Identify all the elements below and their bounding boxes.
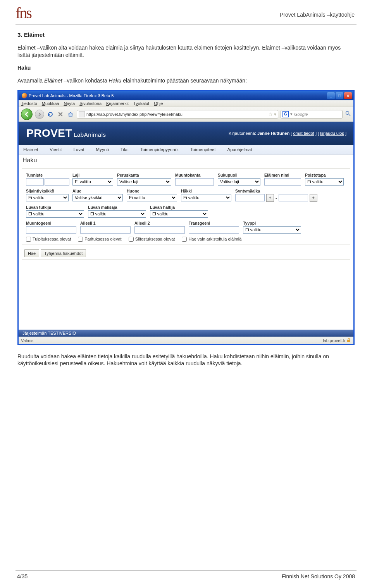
select-luvan-haltija[interactable]: Ei valittu bbox=[150, 210, 208, 218]
footer-page-number: 4/35 bbox=[17, 573, 28, 579]
input-syntyma-to[interactable] bbox=[279, 194, 308, 201]
input-transgeeni[interactable] bbox=[189, 226, 239, 234]
nav-luvat[interactable]: Luvat bbox=[73, 147, 84, 152]
chk-arkistoituja[interactable]: Hae vain arkistoituja eläimiä bbox=[182, 237, 241, 242]
label-elaimen-nimi: Eläimen nimi bbox=[264, 173, 301, 177]
bookmark-star-icon[interactable]: ☆ ▾ bbox=[269, 112, 276, 117]
menu-nayta[interactable]: Näytä bbox=[64, 101, 75, 106]
input-tunniste-1[interactable] bbox=[26, 178, 44, 186]
menu-tyokalut[interactable]: Työkalut bbox=[133, 101, 149, 106]
lock-icon bbox=[346, 338, 351, 343]
reload-button[interactable] bbox=[46, 110, 54, 118]
stop-button[interactable] bbox=[57, 110, 64, 118]
back-button[interactable] bbox=[21, 108, 33, 120]
select-huone[interactable]: Ei valittu bbox=[127, 194, 177, 201]
label-transgeeni: Transgeeni bbox=[189, 221, 239, 225]
intro-paragraph: Eläimet –valikon alta voidaan hakea eläi… bbox=[17, 44, 355, 59]
search-box[interactable]: G ▾ Google bbox=[281, 110, 343, 119]
app-logo: PROVETLabAnimals bbox=[26, 127, 106, 139]
nav-tilat[interactable]: Tilat bbox=[121, 147, 129, 152]
nav-toimenpiteet[interactable]: Toimenpiteet bbox=[190, 147, 215, 152]
page-header-title: Provet LabAnimals –käyttöohje bbox=[280, 12, 355, 18]
nav-apuohjelmat[interactable]: Apuohjelmat bbox=[227, 147, 252, 152]
menu-muokkaa[interactable]: Muokkaa bbox=[42, 101, 59, 106]
select-alue[interactable]: Valitse yksikkö bbox=[72, 194, 123, 201]
label-alue: Alue bbox=[72, 189, 123, 193]
app-page-title: Haku bbox=[19, 155, 353, 166]
nav-elaimet[interactable]: Eläimet bbox=[23, 147, 38, 152]
menu-tiedosto[interactable]: Tiedosto bbox=[21, 101, 37, 106]
haku-paragraph: Avaamalla Eläimet –valikon kohdasta Haku… bbox=[17, 77, 355, 84]
input-syntyma-from[interactable] bbox=[235, 194, 265, 201]
menu-sivuhistoria[interactable]: Sivuhistoria bbox=[79, 101, 102, 106]
label-huone: Huone bbox=[127, 189, 177, 193]
page-logo: fns bbox=[16, 4, 31, 22]
input-alleeli2[interactable] bbox=[134, 226, 185, 234]
select-poistotapa[interactable]: Ei valittu bbox=[305, 178, 344, 186]
menu-ohje[interactable]: Ohje bbox=[154, 101, 163, 106]
svg-rect-1 bbox=[347, 340, 350, 342]
screenshot-window: Provet Lab Animals - Mozilla Firefox 3 B… bbox=[17, 90, 355, 345]
select-sijaintiyksikko[interactable]: Ei valittu bbox=[26, 194, 69, 201]
select-sukupuoli[interactable]: Valitse laji bbox=[218, 178, 260, 186]
app-header: PROVETLabAnimals Kirjautuneena: Janne Hu… bbox=[19, 122, 353, 145]
url-bar[interactable]: https://lab.provet.fi/hy/index.php?view=… bbox=[77, 110, 278, 119]
nav-myynti[interactable]: Myynti bbox=[96, 147, 109, 152]
section-heading: 3. Eläimet bbox=[17, 31, 355, 38]
input-elaimen-nimi[interactable] bbox=[264, 178, 301, 186]
select-laji[interactable]: Ei valittu bbox=[72, 178, 113, 186]
header-rule bbox=[16, 24, 356, 24]
status-domain: lab.provet.fi bbox=[323, 338, 345, 343]
select-tyyppi[interactable]: Ei valittu bbox=[243, 226, 301, 234]
label-luvan-maksaja: Luvan maksaja bbox=[88, 205, 146, 210]
search-form-panel: Tunniste Laji Ei valittu Peruskanta Vali… bbox=[22, 168, 350, 244]
input-alleeli1[interactable] bbox=[80, 226, 131, 234]
app-footer-bar: Järjestelmän TESTIVERSIO bbox=[19, 330, 353, 337]
link-kirjaudu-ulos[interactable]: kirjaudu ulos bbox=[320, 131, 344, 136]
favicon-icon bbox=[79, 111, 85, 117]
google-icon: G bbox=[282, 111, 289, 117]
chk-parituksessa[interactable]: Parituksessa olevat bbox=[78, 237, 121, 242]
menu-kirjanmerkit[interactable]: Kirjanmerkit bbox=[106, 101, 129, 106]
label-alleeli2: Alleeli 2 bbox=[134, 221, 185, 225]
chk-tulpituksessa[interactable]: Tulpituksessa olevat bbox=[26, 237, 71, 242]
label-tyyppi: Tyyppi bbox=[243, 221, 301, 225]
action-panel: Hae Tyhjennä hakuehdot bbox=[22, 247, 350, 260]
input-muuntogeeni[interactable] bbox=[26, 226, 76, 234]
browser-navbar: https://lab.provet.fi/hy/index.php?view=… bbox=[19, 107, 353, 122]
select-luvan-tutkija[interactable]: Ei valittu bbox=[26, 210, 84, 218]
forward-button[interactable] bbox=[35, 110, 44, 119]
window-titlebar: Provet Lab Animals - Mozilla Firefox 3 B… bbox=[19, 91, 353, 100]
minimize-button[interactable]: _ bbox=[327, 92, 335, 99]
url-text: https://lab.provet.fi/hy/index.php?view=… bbox=[86, 112, 267, 117]
chk-siitostuksessa[interactable]: Siitostuksessa olevat bbox=[129, 237, 175, 242]
footer-rule bbox=[16, 571, 356, 571]
input-muuntokanta[interactable] bbox=[175, 178, 214, 186]
link-omat-tiedot[interactable]: omat tiedot bbox=[293, 131, 314, 136]
label-tunniste: Tunniste bbox=[26, 173, 69, 177]
nav-viestit[interactable]: Viestit bbox=[50, 147, 62, 152]
login-info: Kirjautuneena: Janne Huttunen [ omat tie… bbox=[229, 131, 346, 136]
app-nav: Eläimet Viestit Luvat Myynti Tilat Toime… bbox=[19, 145, 353, 155]
tyhjenna-button[interactable]: Tyhjennä hakuehdot bbox=[41, 249, 86, 257]
date-picker-to[interactable]: + bbox=[310, 194, 317, 202]
maximize-button[interactable]: □ bbox=[336, 92, 343, 99]
select-hakki[interactable]: Ei valittu bbox=[181, 194, 231, 201]
nav-toimenpidepyynnot[interactable]: Toimenpidepyynnöt bbox=[140, 147, 179, 152]
haku-heading: Haku bbox=[17, 64, 355, 72]
browser-status-bar: Valmis lab.provet.fi bbox=[19, 337, 353, 344]
label-sijaintiyksikko: Sijaintiyksikkö bbox=[26, 189, 69, 193]
select-peruskanta[interactable]: Valitse laji bbox=[117, 178, 171, 186]
input-tunniste-2[interactable] bbox=[45, 178, 69, 186]
close-button[interactable]: × bbox=[344, 92, 352, 99]
hae-button[interactable]: Hae bbox=[24, 249, 39, 257]
date-picker-from[interactable]: + bbox=[266, 194, 274, 202]
label-alleeli1: Alleeli 1 bbox=[80, 221, 131, 225]
home-button[interactable] bbox=[67, 110, 74, 118]
label-sukupuoli: Sukupuoli bbox=[218, 173, 260, 177]
search-icon[interactable] bbox=[345, 110, 351, 118]
label-muuntogeeni: Muuntogeeni bbox=[26, 221, 76, 225]
label-poistotapa: Poistotapa bbox=[305, 173, 344, 177]
label-hakki: Häkki bbox=[181, 189, 231, 193]
select-luvan-maksaja[interactable]: Ei valittu bbox=[88, 210, 146, 218]
